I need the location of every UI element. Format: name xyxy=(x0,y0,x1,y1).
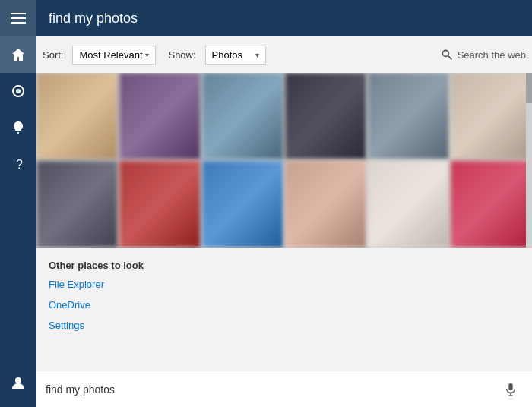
toolbar: Sort: Most Relevant ▾ Show: Photos ▾ Sea… xyxy=(36,36,532,73)
photo-cell[interactable] xyxy=(451,73,532,159)
svg-line-8 xyxy=(448,56,451,60)
microphone-icon xyxy=(504,383,518,396)
main-content: find my photos Sort: Most Relevant ▾ Sho… xyxy=(36,0,532,407)
show-chevron-icon: ▾ xyxy=(255,51,259,59)
header-bar: find my photos xyxy=(36,0,532,36)
hamburger-icon xyxy=(11,11,26,26)
photo-cell[interactable] xyxy=(285,161,366,248)
search-web-button[interactable]: Search the web xyxy=(441,49,526,61)
onedrive-link[interactable]: OneDrive xyxy=(49,299,520,311)
sidebar-item-hamburger[interactable] xyxy=(0,0,36,36)
help-icon: ? xyxy=(11,156,26,172)
svg-rect-2 xyxy=(11,22,26,24)
show-dropdown[interactable]: Photos ▾ xyxy=(205,46,266,65)
sidebar-item-account[interactable] xyxy=(0,364,36,401)
sort-value: Most Relevant xyxy=(79,49,142,61)
photo-cell[interactable] xyxy=(285,73,366,159)
photo-cell[interactable] xyxy=(368,73,449,159)
file-explorer-link[interactable]: File Explorer xyxy=(49,279,520,290)
photo-cell[interactable] xyxy=(202,161,283,248)
sort-chevron-icon: ▾ xyxy=(145,51,149,59)
photo-cell[interactable] xyxy=(119,161,201,248)
microphone-button[interactable] xyxy=(499,377,523,402)
svg-point-4 xyxy=(16,89,21,93)
sidebar-item-home[interactable] xyxy=(0,36,36,73)
scrollbar-thumb[interactable] xyxy=(526,73,532,103)
account-icon xyxy=(11,375,26,390)
photo-cell[interactable] xyxy=(202,73,283,159)
cortana-icon xyxy=(11,84,26,99)
svg-point-6 xyxy=(15,377,21,383)
sort-dropdown[interactable]: Most Relevant ▾ xyxy=(72,46,156,65)
sidebar-item-suggestions[interactable] xyxy=(0,109,36,146)
scrollbar-track xyxy=(526,73,532,248)
sort-label: Sort: xyxy=(43,49,63,61)
lightbulb-icon xyxy=(11,120,26,135)
other-places-section: Other places to look File Explorer OneDr… xyxy=(36,248,532,371)
sidebar-item-help[interactable]: ? xyxy=(0,146,36,182)
svg-rect-1 xyxy=(11,17,26,19)
search-query-text: find my photos xyxy=(46,383,499,396)
sidebar-item-cortana[interactable] xyxy=(0,73,36,109)
sidebar: ? xyxy=(0,0,36,407)
svg-rect-0 xyxy=(11,13,26,14)
photo-cell[interactable] xyxy=(36,73,118,159)
other-places-title: Other places to look xyxy=(49,260,520,271)
photo-cell[interactable] xyxy=(368,161,449,248)
photo-cell[interactable] xyxy=(36,161,118,248)
svg-point-7 xyxy=(442,50,448,56)
page-title: find my photos xyxy=(49,11,138,27)
search-icon xyxy=(441,49,453,61)
svg-text:?: ? xyxy=(16,158,23,171)
photo-cell[interactable] xyxy=(451,161,532,248)
svg-rect-9 xyxy=(508,383,512,390)
home-icon xyxy=(11,47,26,62)
photo-cell[interactable] xyxy=(119,73,201,159)
photo-grid-inner xyxy=(36,73,532,248)
show-value: Photos xyxy=(212,49,242,61)
show-label: Show: xyxy=(168,49,195,61)
settings-link[interactable]: Settings xyxy=(49,320,520,331)
search-web-label: Search the web xyxy=(458,49,526,61)
photo-grid xyxy=(36,73,532,248)
bottom-search-bar: find my photos xyxy=(36,371,532,407)
